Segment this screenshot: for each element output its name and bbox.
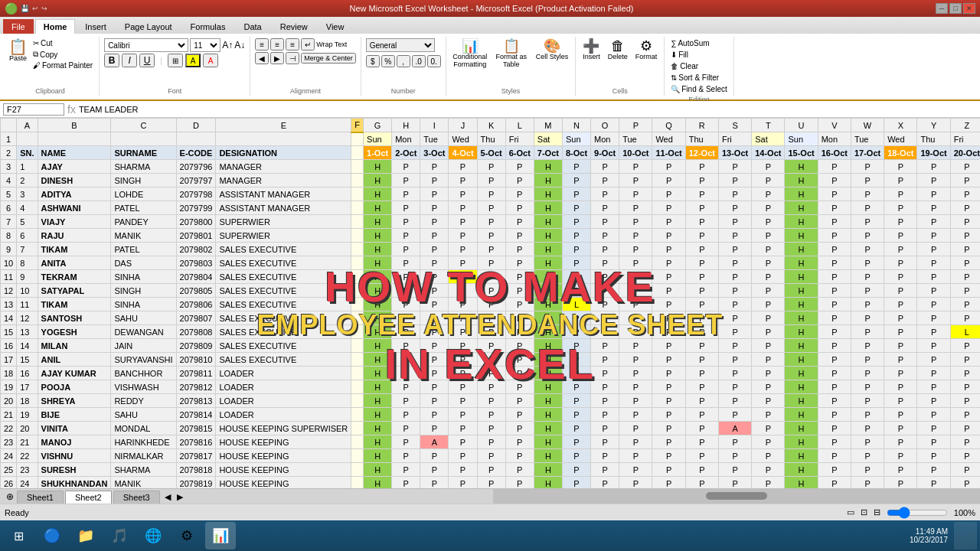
cell-D13[interactable]: 2079806 [176,298,216,311]
cell-F25[interactable] [351,463,364,477]
cell-M1[interactable]: Sat [534,132,562,146]
cell-P21[interactable]: P [619,408,652,422]
cell-U1[interactable]: Sun [785,132,818,146]
col-D[interactable]: D [176,119,216,132]
cell-B10[interactable]: ANITA [38,256,111,270]
cell-Y5[interactable]: P [917,187,950,201]
cell-T13[interactable]: P [752,298,785,311]
cell-C10[interactable]: DAS [111,256,176,270]
cell-R7[interactable]: P [685,215,718,229]
cell-O9[interactable]: P [591,243,619,256]
cell-T25[interactable]: P [752,463,785,477]
start-button[interactable]: ⊞ [3,522,34,549]
cell-B4[interactable]: DINESH [38,174,111,187]
cell-F13[interactable] [351,298,364,311]
cell-I17[interactable]: P [420,353,449,367]
cell-R17[interactable]: P [685,353,718,367]
percent-btn[interactable]: % [381,55,395,67]
cell-M10[interactable]: H [534,256,562,270]
cell-Z15[interactable]: L [950,325,980,339]
chrome-btn[interactable]: 🌐 [138,522,168,549]
cell-H21[interactable]: P [392,408,420,422]
cell-L18[interactable]: P [505,367,534,380]
cell-E23[interactable]: HOUSE KEEPING [216,435,351,449]
cell-L14[interactable]: P [505,311,534,325]
cell-P3[interactable]: P [619,160,652,174]
cell-E4[interactable]: MANAGER [216,174,351,187]
cell-E2[interactable]: DESIGNATION [216,146,351,160]
col-X[interactable]: X [884,119,917,132]
cell-T11[interactable]: P [752,270,785,284]
cell-A24[interactable]: 22 [17,449,38,463]
cell-D7[interactable]: 2079800 [176,215,216,229]
cell-T18[interactable]: P [752,367,785,380]
cell-J23[interactable]: P [449,435,477,449]
cell-O26[interactable]: P [591,477,619,489]
cell-P14[interactable]: P [619,311,652,325]
cell-R26[interactable]: P [685,477,718,489]
cell-G21[interactable]: H [364,408,392,422]
cell-K4[interactable]: P [477,174,505,187]
cell-T12[interactable]: P [752,284,785,298]
quick-access-undo[interactable]: ↩ [32,5,38,12]
cell-D1[interactable] [176,132,216,146]
cell-Q8[interactable]: P [652,229,685,243]
cell-W3[interactable]: P [851,160,884,174]
cell-J17[interactable]: P [449,353,477,367]
cell-L10[interactable]: P [505,256,534,270]
cell-V20[interactable]: P [818,394,851,408]
cell-O19[interactable]: P [591,380,619,394]
cell-W5[interactable]: P [851,187,884,201]
cell-P11[interactable]: P [619,270,652,284]
cell-G5[interactable]: H [364,187,392,201]
cell-X12[interactable]: P [884,284,917,298]
cell-Q16[interactable]: P [652,339,685,353]
cell-G19[interactable]: H [364,380,392,394]
cell-K6[interactable]: P [477,201,505,215]
cell-X10[interactable]: P [884,256,917,270]
cell-B25[interactable]: SURESH [38,463,111,477]
cell-O21[interactable]: P [591,408,619,422]
cell-X15[interactable]: P [884,325,917,339]
cell-P6[interactable]: P [619,201,652,215]
cell-B23[interactable]: MANOJ [38,435,111,449]
cell-A3[interactable]: 1 [17,160,38,174]
cell-B12[interactable]: SATYAPAL [38,284,111,298]
cell-V17[interactable]: P [818,353,851,367]
cell-C11[interactable]: SINHA [111,270,176,284]
cell-E19[interactable]: LOADER [216,380,351,394]
cell-P16[interactable]: P [619,339,652,353]
cell-B20[interactable]: SHREYA [38,394,111,408]
cell-K8[interactable]: P [477,229,505,243]
cell-A12[interactable]: 10 [17,284,38,298]
currency-btn[interactable]: $ [366,55,380,67]
cell-U18[interactable]: H [785,367,818,380]
cell-J13[interactable]: P [449,298,477,311]
cell-D17[interactable]: 2079810 [176,353,216,367]
cell-K18[interactable]: P [477,367,505,380]
cell-L22[interactable]: P [505,422,534,435]
cell-X4[interactable]: P [884,174,917,187]
cell-U13[interactable]: H [785,298,818,311]
cell-Y20[interactable]: P [917,394,950,408]
cell-Z1[interactable]: Fri [950,132,980,146]
cell-P2[interactable]: 10-Oct [619,146,652,160]
cell-H7[interactable]: P [392,215,420,229]
row-num-3[interactable]: 3 [1,160,17,174]
view-normal-btn[interactable]: ▭ [847,507,854,517]
view-layout-btn[interactable]: ⊡ [861,507,867,517]
cell-P17[interactable]: P [619,353,652,367]
cell-D8[interactable]: 2079801 [176,229,216,243]
col-H[interactable]: H [392,119,420,132]
cell-Z21[interactable]: P [950,408,980,422]
cell-D12[interactable]: 2079805 [176,284,216,298]
view-page-btn[interactable]: ⊟ [874,507,880,517]
cell-X24[interactable]: P [884,449,917,463]
browser-ie-btn[interactable]: 🔵 [37,522,67,549]
paste-button[interactable]: 📋 Paste [6,38,30,63]
cell-C23[interactable]: HARINKHEDE [111,435,176,449]
cell-Y2[interactable]: 19-Oct [917,146,950,160]
cell-B8[interactable]: RAJU [38,229,111,243]
cell-B11[interactable]: TEKRAM [38,270,111,284]
cell-T3[interactable]: P [752,160,785,174]
